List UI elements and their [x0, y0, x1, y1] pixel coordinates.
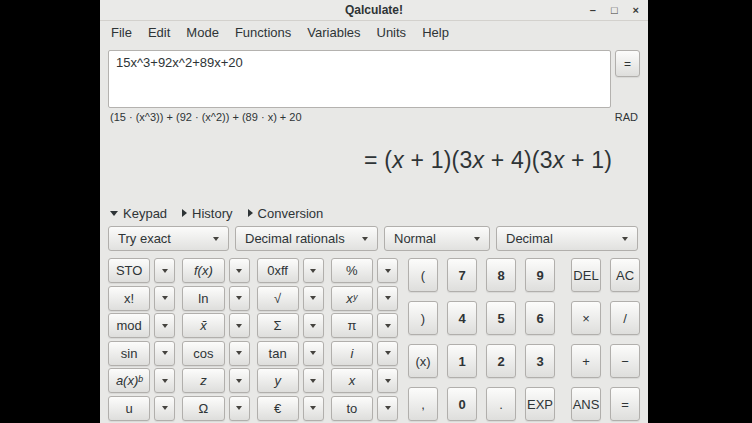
- key-base-exponent[interactable]: a(x)ᵇ: [108, 368, 150, 393]
- dropdown-fraction-mode[interactable]: Decimal rationals: [235, 226, 378, 251]
- result-segment: + 1)(3: [404, 147, 473, 173]
- key-natural-log[interactable]: ln: [182, 286, 224, 311]
- key-square-root[interactable]: √: [257, 286, 299, 311]
- key-all-clear[interactable]: AC: [610, 258, 640, 292]
- key-imaginary-unit[interactable]: i: [331, 341, 373, 366]
- key-convert-to-dropdown[interactable]: [377, 396, 398, 421]
- key-sum-dropdown[interactable]: [303, 313, 324, 338]
- key-var-y-dropdown[interactable]: [303, 368, 324, 393]
- key-digit-7[interactable]: 7: [447, 258, 477, 292]
- key-digit-8[interactable]: 8: [486, 258, 516, 292]
- dropdown-arrow-icon: [236, 296, 242, 300]
- key-function-dropdown[interactable]: [229, 258, 250, 283]
- key-factorial[interactable]: x!: [108, 286, 150, 311]
- key-decimal-point[interactable]: .: [486, 387, 516, 421]
- key-left-parenthesis[interactable]: (: [408, 258, 438, 292]
- key-modulo[interactable]: mod: [108, 313, 150, 338]
- key-equals[interactable]: =: [610, 387, 640, 421]
- key-subtract[interactable]: −: [610, 344, 640, 378]
- key-square-root-dropdown[interactable]: [303, 286, 324, 311]
- key-pi[interactable]: π: [331, 313, 373, 338]
- dropdown-exact-mode[interactable]: Try exact: [108, 226, 229, 251]
- key-power-dropdown[interactable]: [377, 286, 398, 311]
- key-group: Ω: [182, 396, 249, 421]
- key-ohm-dropdown[interactable]: [229, 396, 250, 421]
- key-modulo-dropdown[interactable]: [154, 313, 175, 338]
- key-function[interactable]: f(x): [182, 258, 224, 283]
- menu-functions[interactable]: Functions: [227, 23, 299, 42]
- key-euro[interactable]: €: [257, 396, 299, 421]
- key-mean[interactable]: x̄: [182, 313, 224, 338]
- key-cosine-dropdown[interactable]: [229, 341, 250, 366]
- key-imaginary-unit-dropdown[interactable]: [377, 341, 398, 366]
- key-sine-dropdown[interactable]: [154, 341, 175, 366]
- key-var-z[interactable]: z: [182, 368, 224, 393]
- key-var-y[interactable]: y: [257, 368, 299, 393]
- key-digit-0[interactable]: 0: [447, 387, 477, 421]
- key-digit-4[interactable]: 4: [447, 301, 477, 335]
- key-var-z-dropdown[interactable]: [229, 368, 250, 393]
- key-hexadecimal-dropdown[interactable]: [303, 258, 324, 283]
- key-digit-3[interactable]: 3: [525, 344, 555, 378]
- key-divide[interactable]: /: [610, 301, 640, 335]
- calculate-button[interactable]: =: [615, 50, 640, 77]
- key-exponent[interactable]: EXP: [525, 387, 555, 421]
- key-sine[interactable]: sin: [108, 341, 150, 366]
- expander-history[interactable]: History: [182, 206, 232, 221]
- key-sum[interactable]: Σ: [257, 313, 299, 338]
- key-natural-log-dropdown[interactable]: [229, 286, 250, 311]
- key-percent[interactable]: %: [331, 258, 373, 283]
- key-digit-6[interactable]: 6: [525, 301, 555, 335]
- key-tangent[interactable]: tan: [257, 341, 299, 366]
- key-pi-dropdown[interactable]: [377, 313, 398, 338]
- menu-edit[interactable]: Edit: [140, 23, 178, 42]
- key-group: 0xff: [257, 258, 324, 283]
- dropdown-arrow-icon: [385, 379, 391, 383]
- expander-keypad[interactable]: Keypad: [110, 206, 167, 221]
- key-var-x-dropdown[interactable]: [377, 368, 398, 393]
- key-factorial-dropdown[interactable]: [154, 286, 175, 311]
- key-cosine[interactable]: cos: [182, 341, 224, 366]
- menu-units[interactable]: Units: [369, 23, 415, 42]
- key-ohm[interactable]: Ω: [182, 396, 224, 421]
- key-group: mod: [108, 313, 175, 338]
- maximize-icon[interactable]: □: [611, 5, 618, 16]
- key-hexadecimal[interactable]: 0xff: [257, 258, 299, 283]
- key-store-dropdown[interactable]: [154, 258, 175, 283]
- key-smart-parentheses[interactable]: (x): [408, 344, 438, 378]
- key-mean-dropdown[interactable]: [229, 313, 250, 338]
- dropdown-display-mode[interactable]: Normal: [384, 226, 490, 251]
- key-power[interactable]: xʸ: [331, 286, 373, 311]
- key-digit-1[interactable]: 1: [447, 344, 477, 378]
- key-answer[interactable]: ANS: [571, 387, 601, 421]
- key-euro-dropdown[interactable]: [303, 396, 324, 421]
- minimize-icon[interactable]: –: [590, 5, 596, 16]
- key-convert-to[interactable]: to: [331, 396, 373, 421]
- key-add[interactable]: +: [571, 344, 601, 378]
- key-delete[interactable]: DEL: [571, 258, 601, 292]
- dropdown-number-base[interactable]: Decimal: [496, 226, 638, 251]
- key-digit-5[interactable]: 5: [486, 301, 516, 335]
- menu-mode[interactable]: Mode: [178, 23, 227, 42]
- key-digit-2[interactable]: 2: [486, 344, 516, 378]
- dropdown-arrow-icon: [310, 379, 316, 383]
- key-var-x[interactable]: x: [331, 368, 373, 393]
- key-percent-dropdown[interactable]: [377, 258, 398, 283]
- key-store[interactable]: STO: [108, 258, 150, 283]
- key-right-parenthesis[interactable]: ): [408, 301, 438, 335]
- key-unit-u[interactable]: u: [108, 396, 150, 421]
- expression-input[interactable]: 15x^3+92x^2+89x+20: [116, 55, 603, 103]
- menu-variables[interactable]: Variables: [299, 23, 368, 42]
- key-comma[interactable]: ,: [408, 387, 438, 421]
- close-icon[interactable]: ×: [633, 5, 639, 16]
- key-digit-9[interactable]: 9: [525, 258, 555, 292]
- expander-conversion[interactable]: Conversion: [248, 206, 324, 221]
- dropdown-value: Try exact: [118, 231, 171, 246]
- key-tangent-dropdown[interactable]: [303, 341, 324, 366]
- key-base-exponent-dropdown[interactable]: [154, 368, 175, 393]
- key-unit-u-dropdown[interactable]: [154, 396, 175, 421]
- key-group: Σ: [257, 313, 324, 338]
- menu-file[interactable]: File: [103, 23, 140, 42]
- key-multiply[interactable]: ×: [571, 301, 601, 335]
- menu-help[interactable]: Help: [414, 23, 457, 42]
